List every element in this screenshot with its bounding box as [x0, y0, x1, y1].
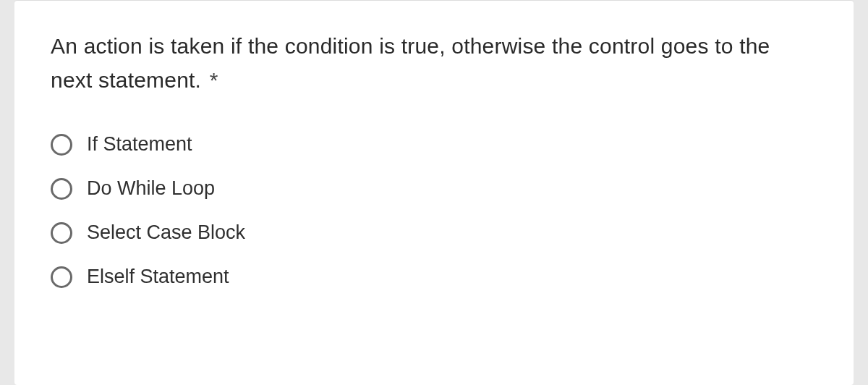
option-label: Select Case Block: [87, 221, 245, 244]
option-label: Elself Statement: [87, 266, 229, 288]
option-label: If Statement: [87, 133, 192, 156]
required-mark: *: [210, 68, 218, 92]
question-prompt: An action is taken if the condition is t…: [51, 34, 770, 92]
radio-icon: [51, 222, 72, 244]
radio-icon: [51, 266, 72, 288]
option-do-while-loop[interactable]: Do While Loop: [51, 177, 817, 200]
options-group: If Statement Do While Loop Select Case B…: [51, 133, 817, 288]
radio-icon: [51, 178, 72, 200]
question-text: An action is taken if the condition is t…: [51, 30, 817, 97]
option-select-case-block[interactable]: Select Case Block: [51, 221, 817, 244]
question-card: An action is taken if the condition is t…: [14, 0, 854, 385]
radio-icon: [51, 134, 72, 156]
option-if-statement[interactable]: If Statement: [51, 133, 817, 156]
option-elseif-statement[interactable]: Elself Statement: [51, 266, 817, 288]
option-label: Do While Loop: [87, 177, 215, 200]
